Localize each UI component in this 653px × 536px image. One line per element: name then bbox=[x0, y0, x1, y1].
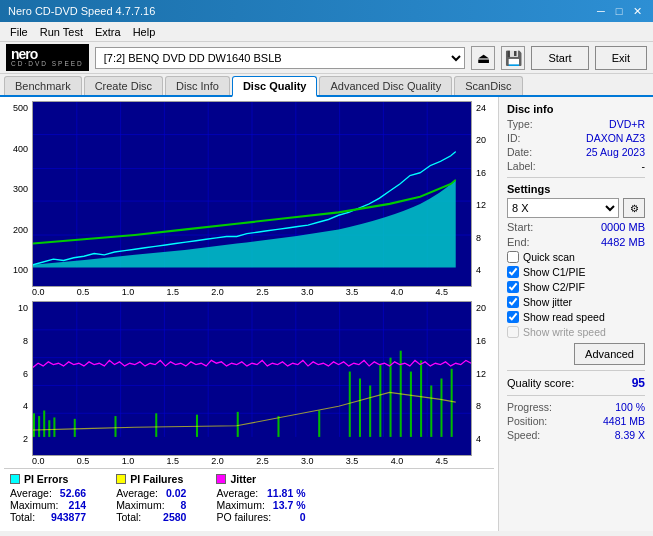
start-value: 0000 MB bbox=[601, 221, 645, 233]
close-button[interactable]: ✕ bbox=[629, 3, 645, 19]
pi-errors-avg-value: 52.66 bbox=[60, 487, 86, 499]
svg-rect-39 bbox=[318, 410, 320, 436]
svg-rect-34 bbox=[114, 416, 116, 437]
y-left-top-500: 500 bbox=[13, 103, 28, 113]
y-right-bottom-20: 20 bbox=[476, 303, 486, 313]
pi-errors-total-value: 943877 bbox=[51, 511, 86, 523]
exit-button[interactable]: Exit bbox=[595, 46, 647, 70]
quick-scan-label: Quick scan bbox=[523, 251, 575, 263]
date-value: 25 Aug 2023 bbox=[586, 146, 645, 158]
settings-icon-button[interactable]: ⚙ bbox=[623, 198, 645, 218]
eject-button[interactable]: ⏏ bbox=[471, 46, 495, 70]
svg-rect-30 bbox=[43, 410, 45, 436]
menu-file[interactable]: File bbox=[4, 25, 34, 39]
pi-failures-color bbox=[116, 474, 126, 484]
y-right-top-24: 24 bbox=[476, 103, 486, 113]
menu-extra[interactable]: Extra bbox=[89, 25, 127, 39]
show-jitter-checkbox[interactable] bbox=[507, 296, 519, 308]
svg-rect-47 bbox=[420, 360, 422, 437]
svg-rect-31 bbox=[48, 420, 50, 437]
stat-group-jitter: Jitter Average: 11.81 % Maximum: 13.7 % … bbox=[216, 473, 305, 523]
x-tick-15: 1.5 bbox=[166, 287, 179, 297]
x-tick-4: 4.0 bbox=[391, 287, 404, 297]
chart-area: 500 400 300 200 100 bbox=[0, 97, 498, 531]
y-right-top-12: 12 bbox=[476, 200, 486, 210]
position-label: Position: bbox=[507, 415, 547, 427]
svg-rect-43 bbox=[379, 365, 381, 437]
id-value: DAXON AZ3 bbox=[586, 132, 645, 144]
stat-group-pi-errors: PI Errors Average: 52.66 Maximum: 214 To… bbox=[10, 473, 86, 523]
tab-benchmark[interactable]: Benchmark bbox=[4, 76, 82, 95]
quality-score-row: Quality score: 95 bbox=[507, 376, 645, 390]
x-tick-45: 4.5 bbox=[435, 287, 448, 297]
y-left-bottom-2: 2 bbox=[23, 434, 28, 444]
x-tick-3: 3.0 bbox=[301, 287, 314, 297]
menu-run-test[interactable]: Run Test bbox=[34, 25, 89, 39]
pi-failures-max-label: Maximum: bbox=[116, 499, 164, 511]
info-panel: Disc info Type: DVD+R ID: DAXON AZ3 Date… bbox=[498, 97, 653, 531]
show-read-speed-label: Show read speed bbox=[523, 311, 605, 323]
advanced-button[interactable]: Advanced bbox=[574, 343, 645, 365]
pi-failures-total-value: 2580 bbox=[163, 511, 186, 523]
svg-rect-28 bbox=[33, 413, 35, 437]
pi-failures-label: PI Failures bbox=[130, 473, 183, 485]
end-label: End: bbox=[507, 236, 530, 248]
x-tick-1: 1.0 bbox=[122, 287, 135, 297]
x-tick-05: 0.5 bbox=[77, 287, 90, 297]
maximize-button[interactable]: □ bbox=[611, 3, 627, 19]
po-failures-value: 0 bbox=[300, 511, 306, 523]
speed-label: Speed: bbox=[507, 429, 540, 441]
show-c2pif-label: Show C2/PIF bbox=[523, 281, 585, 293]
settings-title: Settings bbox=[507, 183, 645, 195]
tab-scandisc[interactable]: ScanDisc bbox=[454, 76, 522, 95]
x-tick-0: 0.0 bbox=[32, 287, 45, 297]
pi-errors-max-label: Maximum: bbox=[10, 499, 58, 511]
menu-help[interactable]: Help bbox=[127, 25, 162, 39]
y-left-bottom-6: 6 bbox=[23, 369, 28, 379]
pi-failures-avg-label: Average: bbox=[116, 487, 158, 499]
y-right-top-16: 16 bbox=[476, 168, 486, 178]
type-label: Type: bbox=[507, 118, 533, 130]
speed-value: 8.39 X bbox=[615, 429, 645, 441]
svg-rect-49 bbox=[440, 379, 442, 437]
quick-scan-checkbox[interactable] bbox=[507, 251, 519, 263]
y-right-bottom-8: 8 bbox=[476, 401, 481, 411]
save-button[interactable]: 💾 bbox=[501, 46, 525, 70]
progress-value: 100 % bbox=[615, 401, 645, 413]
svg-rect-29 bbox=[38, 416, 40, 437]
date-label: Date: bbox=[507, 146, 532, 158]
svg-rect-50 bbox=[451, 369, 453, 437]
jitter-avg-value: 11.81 % bbox=[267, 487, 306, 499]
show-read-speed-checkbox[interactable] bbox=[507, 311, 519, 323]
chart-top-svg bbox=[33, 102, 471, 286]
drive-bar: nero CD·DVD SPEED [7:2] BENQ DVD DD DW16… bbox=[0, 42, 653, 74]
show-c2pif-checkbox[interactable] bbox=[507, 281, 519, 293]
y-left-bottom-8: 8 bbox=[23, 336, 28, 346]
drive-select[interactable]: [7:2] BENQ DVD DD DW1640 BSLB bbox=[95, 47, 466, 69]
quality-score-value: 95 bbox=[632, 376, 645, 390]
quality-score-label: Quality score: bbox=[507, 377, 574, 389]
y-right-top-8: 8 bbox=[476, 233, 481, 243]
tab-disc-quality[interactable]: Disc Quality bbox=[232, 76, 318, 97]
y-right-bottom-4: 4 bbox=[476, 434, 481, 444]
x-tick-25: 2.5 bbox=[256, 287, 269, 297]
show-write-speed-checkbox[interactable] bbox=[507, 326, 519, 338]
title-bar-title: Nero CD-DVD Speed 4.7.7.16 bbox=[8, 5, 155, 17]
tab-disc-info[interactable]: Disc Info bbox=[165, 76, 230, 95]
po-failures-label: PO failures: bbox=[216, 511, 271, 523]
start-button[interactable]: Start bbox=[531, 46, 588, 70]
pi-errors-max-value: 214 bbox=[69, 499, 87, 511]
show-c1pie-checkbox[interactable] bbox=[507, 266, 519, 278]
speed-select[interactable]: 8 X bbox=[507, 198, 619, 218]
y-right-top-4: 4 bbox=[476, 265, 481, 275]
tab-create-disc[interactable]: Create Disc bbox=[84, 76, 163, 95]
y-right-bottom-12: 12 bbox=[476, 369, 486, 379]
start-label: Start: bbox=[507, 221, 533, 233]
x-tick-35: 3.5 bbox=[346, 287, 359, 297]
minimize-button[interactable]: ─ bbox=[593, 3, 609, 19]
tab-advanced-disc-quality[interactable]: Advanced Disc Quality bbox=[319, 76, 452, 95]
menu-bar: File Run Test Extra Help bbox=[0, 22, 653, 42]
y-right-top-20: 20 bbox=[476, 135, 486, 145]
pi-errors-color bbox=[10, 474, 20, 484]
pi-failures-avg-value: 0.02 bbox=[166, 487, 186, 499]
